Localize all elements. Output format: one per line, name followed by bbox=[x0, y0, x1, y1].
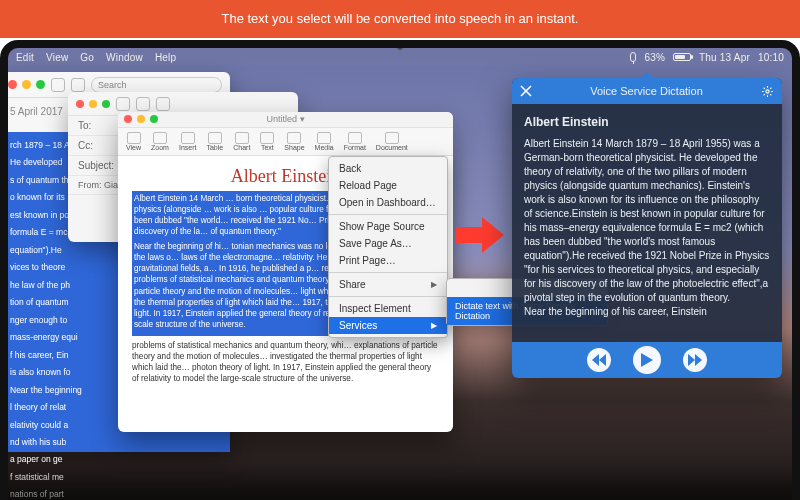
chevron-right-icon: ▶ bbox=[431, 321, 437, 330]
tb-format[interactable]: Format bbox=[340, 130, 370, 153]
ctx-separator bbox=[329, 272, 447, 273]
panel-body: Albert Einstein Albert Einstein 14 March… bbox=[512, 104, 782, 342]
forward-button[interactable] bbox=[683, 348, 707, 372]
close-icon[interactable] bbox=[124, 115, 132, 123]
rewind-icon bbox=[592, 354, 606, 366]
ctx-show-source[interactable]: Show Page Source bbox=[329, 218, 447, 235]
zoom-icon[interactable] bbox=[102, 100, 110, 108]
ctx-share[interactable]: Share▶ bbox=[329, 276, 447, 293]
panel-text: Albert Einstein 14 March 1879 – 18 April… bbox=[524, 137, 770, 319]
tb-shape[interactable]: Shape bbox=[280, 130, 308, 153]
close-icon[interactable] bbox=[8, 80, 17, 89]
menu-go[interactable]: Go bbox=[80, 52, 94, 63]
play-button[interactable] bbox=[633, 346, 661, 374]
battery-icon[interactable] bbox=[673, 53, 691, 61]
zoom-icon[interactable] bbox=[36, 80, 45, 89]
voice-dictation-panel[interactable]: Voice Service Dictation Albert Einstein … bbox=[512, 78, 782, 378]
promo-banner: The text you select will be converted in… bbox=[0, 0, 800, 38]
chevron-right-icon: ▶ bbox=[431, 280, 437, 289]
ctx-reload[interactable]: Reload Page bbox=[329, 177, 447, 194]
ctx-print[interactable]: Print Page… bbox=[329, 252, 447, 269]
minimize-icon[interactable] bbox=[89, 100, 97, 108]
ctx-open-dashboard[interactable]: Open in Dashboard… bbox=[329, 194, 447, 211]
notes-view-toggle[interactable] bbox=[51, 78, 65, 92]
tb-insert[interactable]: Insert bbox=[175, 130, 201, 153]
tb-media[interactable]: Media bbox=[311, 130, 338, 153]
settings-button[interactable] bbox=[761, 85, 774, 98]
format-icon[interactable] bbox=[156, 97, 170, 111]
pages-titlebar: Untitled ▾ bbox=[118, 112, 453, 128]
send-icon[interactable] bbox=[116, 97, 130, 111]
menu-view[interactable]: View bbox=[46, 52, 68, 63]
search-placeholder: Search bbox=[98, 80, 127, 90]
menu-edit[interactable]: Edit bbox=[16, 52, 34, 63]
close-icon[interactable] bbox=[76, 100, 84, 108]
tb-table[interactable]: Table bbox=[202, 130, 227, 153]
panel-header: Voice Service Dictation bbox=[512, 78, 782, 104]
pages-doc-title[interactable]: Untitled ▾ bbox=[266, 114, 304, 124]
panel-title: Voice Service Dictation bbox=[532, 85, 761, 97]
traffic-lights[interactable] bbox=[76, 100, 110, 108]
mic-icon[interactable] bbox=[630, 52, 636, 62]
arrow-right-icon bbox=[456, 217, 504, 253]
pages-toolbar: View Zoom Insert Table Chart Text Shape … bbox=[118, 128, 453, 156]
menu-window[interactable]: Window bbox=[106, 52, 143, 63]
rewind-button[interactable] bbox=[587, 348, 611, 372]
search-input[interactable]: Search bbox=[91, 77, 222, 93]
play-icon bbox=[641, 353, 653, 367]
playback-controls bbox=[512, 342, 782, 378]
notes-date: 5 April 2017 bbox=[10, 106, 63, 117]
ctx-separator bbox=[329, 296, 447, 297]
menubar-status: 63% Thu 13 Apr 10:10 bbox=[630, 52, 784, 63]
menubar-date[interactable]: Thu 13 Apr bbox=[699, 52, 750, 63]
menubar-time[interactable]: 10:10 bbox=[758, 52, 784, 63]
ctx-separator bbox=[329, 214, 447, 215]
tb-zoom[interactable]: Zoom bbox=[147, 130, 173, 153]
menu-help[interactable]: Help bbox=[155, 52, 176, 63]
tb-text[interactable]: Text bbox=[256, 130, 278, 153]
attach-icon[interactable] bbox=[136, 97, 150, 111]
ctx-services[interactable]: Services▶ bbox=[329, 317, 447, 334]
panel-heading: Albert Einstein bbox=[524, 114, 770, 131]
monitor-frame: Edit View Go Window Help 63% Thu 13 Apr … bbox=[0, 40, 800, 500]
gear-icon bbox=[761, 85, 774, 98]
traffic-lights[interactable] bbox=[124, 115, 158, 123]
traffic-lights[interactable] bbox=[8, 80, 45, 89]
svg-point-0 bbox=[766, 89, 769, 92]
ctx-back[interactable]: Back bbox=[329, 160, 447, 177]
zoom-icon[interactable] bbox=[150, 115, 158, 123]
ctx-inspect[interactable]: Inspect Element bbox=[329, 300, 447, 317]
unselected-text[interactable]: problems of statistical mechanics and qu… bbox=[132, 340, 439, 384]
minimize-icon[interactable] bbox=[22, 80, 31, 89]
tb-chart[interactable]: Chart bbox=[229, 130, 254, 153]
menubar-menus: Edit View Go Window Help bbox=[16, 52, 176, 63]
ctx-save-as[interactable]: Save Page As… bbox=[329, 235, 447, 252]
promo-text: The text you select will be converted in… bbox=[222, 11, 579, 26]
tb-document[interactable]: Document bbox=[372, 130, 412, 153]
context-menu[interactable]: Back Reload Page Open in Dashboard… Show… bbox=[328, 156, 448, 338]
battery-percentage: 63% bbox=[644, 52, 665, 63]
close-icon bbox=[520, 85, 532, 97]
forward-icon bbox=[688, 354, 702, 366]
close-button[interactable] bbox=[520, 85, 532, 97]
minimize-icon[interactable] bbox=[137, 115, 145, 123]
popover-arrow-icon bbox=[641, 72, 653, 78]
macos-menubar: Edit View Go Window Help 63% Thu 13 Apr … bbox=[8, 48, 792, 66]
notes-delete-button[interactable] bbox=[71, 78, 85, 92]
tb-view[interactable]: View bbox=[122, 130, 145, 153]
